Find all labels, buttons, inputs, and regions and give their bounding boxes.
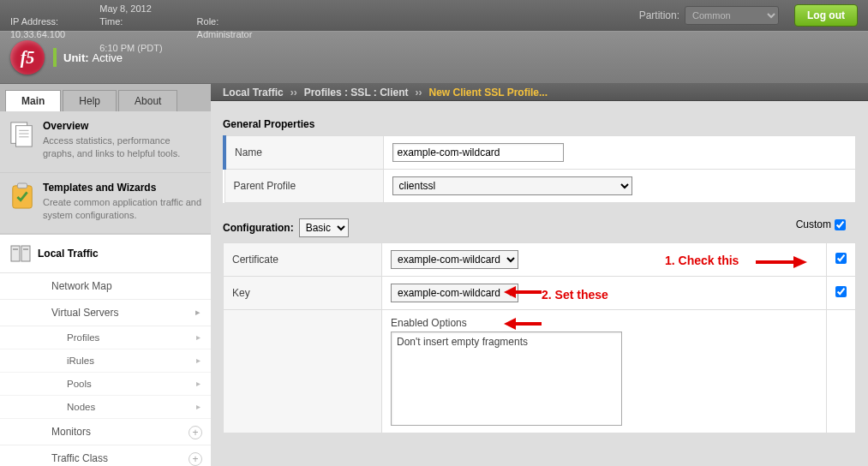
svg-rect-1 bbox=[16, 126, 33, 146]
svg-rect-10 bbox=[23, 248, 28, 250]
breadcrumb-sep-icon: ›› bbox=[416, 87, 422, 99]
key-label: Key bbox=[224, 277, 382, 310]
ip-label: IP Address: bbox=[10, 15, 65, 28]
nav-monitors[interactable]: Monitors+ bbox=[0, 419, 211, 445]
custom-checkbox[interactable] bbox=[835, 219, 846, 230]
ip-value: 10.33.64.100 bbox=[10, 28, 65, 41]
key-select[interactable]: example-com-wildcard bbox=[391, 284, 518, 302]
enabled-options-label: Enabled Options bbox=[391, 317, 817, 329]
sidebar-templates[interactable]: Templates and Wizards Create common appl… bbox=[0, 173, 211, 235]
hostname-label: Hostname: bbox=[10, 0, 65, 3]
clipboard-icon bbox=[9, 182, 36, 211]
partition-label: Partition: bbox=[639, 9, 679, 21]
certificate-select[interactable]: example-com-wildcard bbox=[391, 250, 518, 269]
parent-profile-select[interactable]: clientssl bbox=[392, 176, 632, 195]
role-label: Role: bbox=[197, 15, 253, 28]
time-label: Time: bbox=[99, 15, 162, 28]
configuration-label: Configuration: bbox=[223, 222, 294, 234]
svg-rect-7 bbox=[11, 246, 20, 261]
breadcrumb-current: New Client SSL Profile... bbox=[429, 87, 548, 99]
enabled-options-list[interactable]: Don't insert empty fragments bbox=[391, 332, 622, 426]
general-properties-title: General Properties bbox=[223, 118, 856, 130]
svg-rect-6 bbox=[17, 183, 27, 188]
partition-select[interactable]: Common bbox=[685, 6, 779, 25]
templates-title: Templates and Wizards bbox=[43, 182, 202, 194]
name-input[interactable] bbox=[392, 143, 564, 162]
svg-rect-9 bbox=[13, 248, 18, 250]
user-col: User: Role: Administrator bbox=[197, 0, 253, 42]
host-col: Hostname: IP Address: 10.33.64.100 bbox=[10, 0, 65, 42]
key-custom-checkbox[interactable] bbox=[835, 286, 847, 297]
tab-about[interactable]: About bbox=[118, 90, 177, 111]
plus-icon[interactable]: + bbox=[189, 426, 202, 439]
nav-nodes[interactable]: Nodes bbox=[0, 396, 211, 419]
date-col: Date: May 8, 2012 Time: 6:10 PM (PDT) bbox=[99, 0, 162, 55]
role-value: Administrator bbox=[197, 28, 253, 41]
nav-virtual-servers[interactable]: Virtual Servers bbox=[0, 300, 211, 326]
enabled-option-item[interactable]: Don't insert empty fragments bbox=[397, 336, 616, 348]
left-column: Main Help About Overview Access statisti… bbox=[0, 84, 211, 466]
configuration-table: Certificate example-com-wildcard Key exa… bbox=[223, 242, 856, 433]
general-properties-table: Name Parent Profile clientssl bbox=[223, 135, 856, 203]
date-value: May 8, 2012 bbox=[99, 3, 162, 15]
unit-status-marker bbox=[53, 48, 57, 67]
plus-icon[interactable]: + bbox=[189, 452, 202, 466]
options-row-label bbox=[224, 310, 382, 433]
tab-main[interactable]: Main bbox=[5, 90, 61, 111]
custom-label: Custom bbox=[796, 218, 831, 230]
certificate-label: Certificate bbox=[224, 243, 382, 277]
nav-irules[interactable]: iRules bbox=[0, 350, 211, 373]
content-area: General Properties Name Parent Profile c… bbox=[211, 101, 868, 466]
breadcrumb-p1[interactable]: Local Traffic bbox=[223, 87, 284, 99]
local-traffic-header[interactable]: Local Traffic bbox=[0, 235, 211, 273]
nav-pools[interactable]: Pools bbox=[0, 373, 211, 396]
overview-icon bbox=[9, 120, 36, 149]
svg-rect-8 bbox=[21, 246, 30, 261]
overview-title: Overview bbox=[43, 120, 202, 132]
custom-toggle: Custom bbox=[796, 218, 846, 230]
top-status-bar: Hostname: IP Address: 10.33.64.100 Date:… bbox=[0, 0, 868, 31]
server-icon bbox=[9, 242, 33, 266]
name-label: Name bbox=[224, 136, 383, 170]
nav-profiles[interactable]: Profiles bbox=[0, 326, 211, 350]
breadcrumb: Local Traffic ›› Profiles : SSL : Client… bbox=[211, 84, 868, 101]
nav-traffic-class[interactable]: Traffic Class+ bbox=[0, 445, 211, 466]
parent-profile-label: Parent Profile bbox=[224, 170, 383, 203]
tab-help[interactable]: Help bbox=[63, 90, 117, 111]
breadcrumb-sep-icon: ›› bbox=[290, 87, 297, 99]
unit-status: Unit: Active bbox=[53, 48, 123, 67]
logout-button[interactable]: Log out bbox=[794, 4, 858, 27]
breadcrumb-p2[interactable]: Profiles : SSL : Client bbox=[304, 87, 409, 99]
configuration-mode-select[interactable]: Basic bbox=[299, 218, 349, 237]
sidebar-local-traffic: Local Traffic Network Map Virtual Server… bbox=[0, 234, 211, 466]
sidebar-overview[interactable]: Overview Access statistics, performance … bbox=[0, 111, 211, 173]
user-label: User: bbox=[197, 0, 253, 3]
certificate-custom-checkbox[interactable] bbox=[835, 253, 847, 264]
nav-tabs: Main Help About bbox=[0, 84, 211, 111]
f5-logo: f5 bbox=[10, 40, 45, 75]
configuration-row: Configuration: Basic Custom bbox=[223, 218, 856, 237]
overview-desc: Access statistics, performance graphs, a… bbox=[43, 134, 202, 160]
right-column: Local Traffic ›› Profiles : SSL : Client… bbox=[211, 84, 868, 466]
templates-desc: Create common application traffic and sy… bbox=[43, 196, 202, 222]
nav-network-map[interactable]: Network Map bbox=[0, 273, 211, 300]
